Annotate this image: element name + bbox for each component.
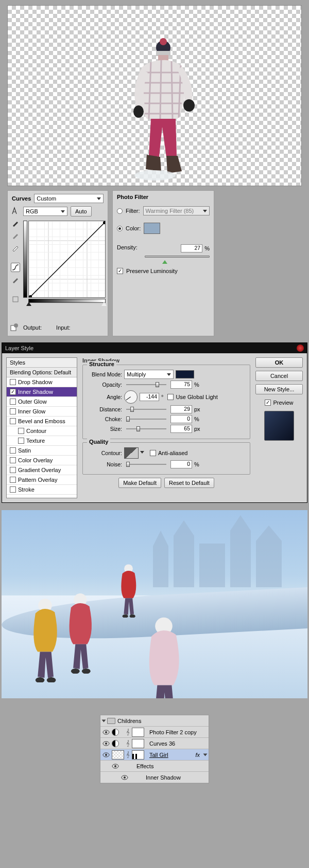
opacity-slider[interactable] bbox=[126, 384, 166, 385]
layer-thumbnail[interactable] bbox=[112, 750, 124, 760]
density-slider[interactable] bbox=[145, 256, 210, 258]
channel-dropdown[interactable]: RGB bbox=[23, 207, 67, 216]
style-item-stroke[interactable]: Stroke bbox=[7, 485, 77, 495]
style-checkbox[interactable] bbox=[10, 467, 16, 473]
disclosure-triangle-icon[interactable] bbox=[102, 719, 106, 722]
gray-eyedropper-icon[interactable] bbox=[11, 231, 20, 240]
style-item-contour[interactable]: Contour bbox=[7, 426, 77, 436]
color-label: Color: bbox=[126, 225, 141, 231]
auto-button[interactable]: Auto bbox=[71, 206, 92, 216]
visibility-eye-icon[interactable] bbox=[121, 775, 128, 780]
opacity-input[interactable]: 75 bbox=[170, 381, 192, 389]
blend-mode-dropdown[interactable]: Multiply bbox=[124, 370, 174, 379]
fx-badge[interactable]: fx bbox=[195, 752, 200, 758]
style-item-satin[interactable]: Satin bbox=[7, 446, 77, 456]
style-item-gradient-overlay[interactable]: Gradient Overlay bbox=[7, 465, 77, 475]
smooth-icon[interactable] bbox=[11, 295, 20, 304]
composite-result-image bbox=[2, 510, 307, 698]
density-unit: % bbox=[204, 245, 210, 251]
style-checkbox[interactable] bbox=[10, 477, 16, 483]
shadow-color-swatch[interactable] bbox=[176, 370, 194, 378]
mask-thumbnail[interactable] bbox=[132, 739, 144, 748]
adjustment-layer-row[interactable]: 𝄞Curves 36 bbox=[100, 738, 209, 749]
density-input[interactable]: 27 bbox=[181, 244, 202, 252]
style-item-bevel-and-emboss[interactable]: Bevel and Emboss bbox=[7, 417, 77, 426]
svg-rect-23 bbox=[174, 536, 194, 587]
preview-checkbox[interactable] bbox=[265, 400, 271, 406]
choke-input[interactable]: 0 bbox=[170, 415, 192, 423]
make-default-button[interactable]: Make Default bbox=[118, 478, 161, 488]
effect-item-row[interactable]: Inner Shadow bbox=[100, 772, 209, 783]
visibility-eye-icon[interactable] bbox=[102, 752, 110, 757]
mask-thumbnail[interactable] bbox=[132, 728, 144, 737]
style-checkbox[interactable] bbox=[10, 457, 16, 463]
white-point-slider[interactable] bbox=[101, 302, 107, 306]
style-item-texture[interactable]: Texture bbox=[7, 436, 77, 446]
antialiased-checkbox[interactable] bbox=[150, 450, 156, 456]
close-icon[interactable] bbox=[297, 345, 304, 352]
slider-thumb-icon[interactable] bbox=[162, 260, 167, 264]
style-checkbox[interactable] bbox=[10, 447, 16, 454]
document-canvas[interactable] bbox=[8, 6, 301, 186]
style-checkbox[interactable] bbox=[18, 428, 24, 434]
choke-slider[interactable] bbox=[126, 419, 166, 420]
color-radio[interactable] bbox=[117, 226, 123, 231]
style-item-pattern-overlay[interactable]: Pattern Overlay bbox=[7, 475, 77, 485]
size-input[interactable]: 65 bbox=[170, 425, 192, 433]
style-checkbox[interactable] bbox=[10, 379, 16, 385]
effects-header-row[interactable]: Effects bbox=[100, 761, 209, 772]
white-eyedropper-icon[interactable] bbox=[11, 243, 20, 252]
curve-grid[interactable] bbox=[28, 221, 106, 298]
layer-group-row[interactable]: Childrens bbox=[100, 715, 209, 727]
image-layer-row[interactable]: 𝄞Tall Girlfx bbox=[100, 749, 209, 761]
noise-slider[interactable] bbox=[126, 464, 166, 465]
cancel-button[interactable]: Cancel bbox=[255, 371, 303, 381]
style-item-outer-glow[interactable]: Outer Glow bbox=[7, 397, 77, 407]
fx-disclosure-icon[interactable] bbox=[203, 753, 208, 756]
black-eyedropper-icon[interactable] bbox=[11, 219, 20, 228]
size-slider[interactable] bbox=[126, 428, 166, 429]
preserve-luminosity-label: Preserve Luminosity bbox=[126, 268, 178, 274]
angle-input[interactable]: -144 bbox=[140, 393, 159, 401]
distance-input[interactable]: 29 bbox=[170, 405, 192, 413]
new-style-button[interactable]: New Style... bbox=[255, 384, 303, 394]
on-image-tool-icon[interactable] bbox=[11, 206, 20, 215]
style-checkbox[interactable] bbox=[10, 486, 16, 493]
style-item-drop-shadow[interactable]: Drop Shadow bbox=[7, 377, 77, 387]
style-item-inner-shadow[interactable]: Inner Shadow bbox=[7, 387, 77, 397]
visibility-eye-icon[interactable] bbox=[112, 764, 119, 769]
preserve-luminosity-checkbox[interactable] bbox=[117, 268, 123, 274]
global-light-checkbox[interactable] bbox=[167, 394, 174, 400]
curves-preset-dropdown[interactable]: Custom bbox=[34, 194, 104, 203]
reset-default-label: Reset to Default bbox=[169, 480, 210, 486]
style-item-color-overlay[interactable]: Color Overlay bbox=[7, 456, 77, 465]
angle-dial[interactable] bbox=[124, 390, 138, 404]
dialog-titlebar[interactable]: Layer Style bbox=[2, 343, 307, 353]
style-item-inner-glow[interactable]: Inner Glow bbox=[7, 407, 77, 417]
noise-input[interactable]: 0 bbox=[170, 460, 192, 468]
style-item-label: Outer Glow bbox=[18, 399, 47, 405]
filter-radio[interactable] bbox=[117, 208, 123, 214]
adjustment-layer-row[interactable]: 𝄞Photo Filter 2 copy bbox=[100, 727, 209, 738]
pencil-icon[interactable] bbox=[11, 275, 20, 284]
photo-filter-panel: Photo Filter Filter: Warming Filter (85)… bbox=[112, 190, 214, 336]
styles-header[interactable]: Styles bbox=[7, 358, 77, 368]
contour-picker[interactable] bbox=[124, 447, 139, 459]
color-swatch[interactable] bbox=[144, 223, 160, 234]
style-checkbox[interactable] bbox=[10, 399, 16, 405]
curves-mask-thumbnail[interactable] bbox=[132, 750, 144, 760]
style-checkbox[interactable] bbox=[10, 408, 16, 414]
style-checkbox[interactable] bbox=[10, 389, 16, 395]
clip-toggle-icon[interactable] bbox=[10, 322, 19, 332]
reset-default-button[interactable]: Reset to Default bbox=[164, 478, 214, 488]
layers-panel: Childrens 𝄞Photo Filter 2 copy𝄞Curves 36… bbox=[100, 715, 209, 784]
blending-options-header[interactable]: Blending Options: Default bbox=[7, 368, 77, 377]
black-point-slider[interactable] bbox=[26, 302, 31, 306]
distance-slider[interactable] bbox=[126, 409, 166, 410]
style-checkbox[interactable] bbox=[10, 418, 16, 424]
visibility-eye-icon[interactable] bbox=[102, 741, 110, 746]
curve-edit-icon[interactable] bbox=[11, 263, 20, 272]
ok-button[interactable]: OK bbox=[255, 357, 303, 368]
style-checkbox[interactable] bbox=[18, 438, 24, 444]
visibility-eye-icon[interactable] bbox=[102, 730, 110, 735]
